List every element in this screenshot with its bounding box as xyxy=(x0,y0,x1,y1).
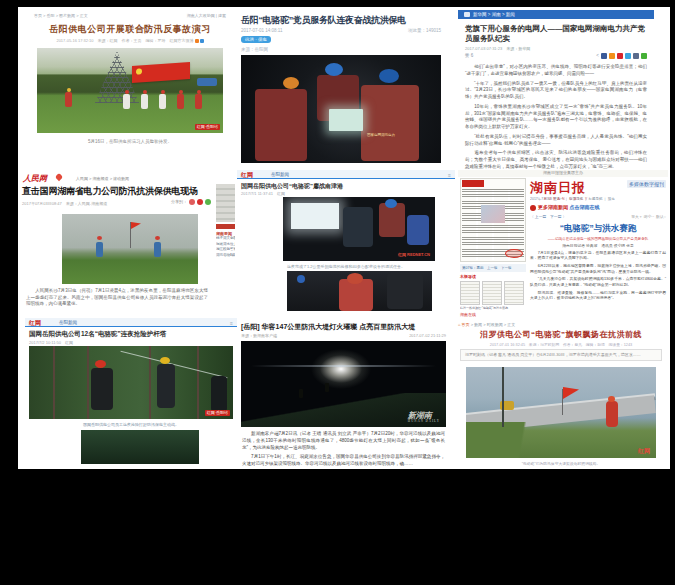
weibo-share-icon[interactable] xyxy=(617,53,623,59)
peoples-daily-logo[interactable]: 人民网 xyxy=(23,173,47,184)
utility-pole xyxy=(502,367,504,427)
rednet-logo[interactable]: 红网 xyxy=(29,319,41,328)
photo-caption: “电骆驼”们为防汛值守大堤架设临时照明线路。 xyxy=(452,461,670,466)
page-thumb[interactable] xyxy=(460,281,480,305)
worker-figure xyxy=(154,242,161,257)
article-body: 7月1日凌晨4点，湍急的洪水边，岳阳县麻塘垸区东大堤上一盏盏灯亮了起来，照亮了巡… xyxy=(530,251,666,303)
thumb-caption: 抗洪一线党旗红·“电骆驼”与洪水赛跑 xyxy=(460,306,526,310)
photo-caption: 国网岳阳供电公司员工连夜抢险打好防汛保电主动战。 xyxy=(25,422,237,427)
channel-tab[interactable]: 岳阳新闻 xyxy=(59,320,77,325)
publish-date: 2017/7/1 11:37:41 红网 xyxy=(241,191,285,196)
breadcrumb: 首页 > 岳阳 > 图片新闻 > 正文 湖南人大政协网 | 搜索 xyxy=(34,13,226,18)
menu-icon[interactable]: ≡ xyxy=(448,172,451,178)
worker-figure xyxy=(159,94,166,109)
worker-figure xyxy=(255,89,307,161)
action-bar: 赞 6 < xyxy=(465,53,647,60)
sidebar-list: 桃子湖文创园开园洞庭湖水位上涨湘江段超警戒水位湖南启动Ⅱ级响应 xyxy=(216,236,235,258)
worker-figure xyxy=(177,94,184,109)
navbar-breadcrumb[interactable]: 新华网 > 湖南 > 新闻 xyxy=(473,12,515,17)
breadcrumb[interactable]: 人民网 > 湖南频道 > 滚动新闻 xyxy=(76,176,129,181)
body-paragraph: 7月1日下午1时，长江、洞庭湖水位告急，国网华容县供电公司接到华容县防汛指挥部紧… xyxy=(242,454,445,468)
qq-share-icon[interactable] xyxy=(625,53,631,59)
breadcrumb[interactable]: ⌂ 首页 > 新闻 > 时政新闻 > 正文 xyxy=(458,322,515,327)
qq-share-icon[interactable] xyxy=(200,39,204,43)
worker-figure xyxy=(195,94,202,109)
rednet-watermark: 红网·岳阳站 xyxy=(195,124,220,130)
worker-raincoat xyxy=(91,368,113,410)
levee-road-photo: 红网 xyxy=(466,367,656,458)
article-meta: 2017-07-03 07:31:23 来源：新华网 xyxy=(465,46,530,51)
blue-helmet xyxy=(385,199,397,208)
panel-xinhua-feature: 新华网 > 湖南 > 新闻 党旗下用心服务的电网人——国家电网湖南电力共产党员服… xyxy=(458,10,654,178)
view-count: 浏览量：149015 xyxy=(408,28,441,33)
xinhunan-watermark: 新湖南HUNAN DAILY xyxy=(408,412,440,423)
body-paragraph: 他们“走街串巷”，对小区内的变压器、供电线路、照明路灯等进行安全隐患排查；他们“… xyxy=(465,64,647,78)
breadcrumb-right[interactable]: 湖南人大政协网 | 搜索 xyxy=(187,13,226,18)
qzone-share-icon[interactable] xyxy=(609,53,615,59)
hunan-online-link[interactable]: 湖南在线 xyxy=(460,312,526,317)
worker-figure xyxy=(65,92,72,107)
cabinet xyxy=(387,273,423,309)
article-meta: 2017-07-01 14:08:11 浏览量：149015 xyxy=(241,28,441,33)
article-body: 新湖南客户端7月2日讯（记者 王晴 通讯员 刘立武 严非平）7月2日20时，华容… xyxy=(242,431,445,469)
worker-figure xyxy=(141,94,148,109)
qzone-share-icon[interactable] xyxy=(197,199,203,205)
blue-helmet xyxy=(325,63,343,76)
orange-helmet xyxy=(283,77,299,89)
forest-photo-2 xyxy=(81,430,199,464)
xinhua-logo-icon xyxy=(464,12,470,17)
rednet-watermark: 红网 REDNET.CN xyxy=(396,252,432,258)
prev-next-links[interactable]: 〈 上一篇 下一篇 〉 xyxy=(530,214,566,219)
article-body: 他们“走街串巷”，对小区内的变压器、供电线路、照明路灯等进行安全隐患排查；他们“… xyxy=(465,64,647,174)
newspaper-page-thumb[interactable] xyxy=(460,178,526,262)
wechat-share-icon[interactable] xyxy=(641,53,647,59)
facebook-share-icon[interactable] xyxy=(601,53,607,59)
wechat-share-icon[interactable] xyxy=(205,199,211,205)
zoom-controls[interactable]: 放大＋ 缩小－ 默认○ xyxy=(631,214,666,219)
breadcrumb-left[interactable]: 首页 > 岳阳 > 图片新闻 > 正文 xyxy=(34,13,88,18)
article-title: [岳阳] 华容147公里防汛大堤灯火璀璨 点亮百里防汛大堤 xyxy=(241,322,415,332)
panel-peoplesdaily: 人民网 人民网 > 湖南频道 > 滚动新闻 直击国网湖南省电力公司防汛抗洪保供电… xyxy=(20,170,235,316)
share-bar: 分享到： xyxy=(171,199,211,205)
sidebar-image xyxy=(216,184,235,222)
home-icon[interactable]: ⌂ 首页 xyxy=(458,322,470,327)
article-lead: 人民网长沙7月3日电（何萌）7月1日凌晨4点，浓黑的夜色里，岳阳县麻塘垸区东大堤… xyxy=(26,288,208,308)
sidebar: 湖南要闻 桃子湖文创园开园洞庭湖水位上涨湘江段超警戒水位湖南启动Ⅱ级响应 xyxy=(216,184,235,314)
lens-flare xyxy=(251,365,436,367)
weibo-share-icon[interactable] xyxy=(189,199,195,205)
rednet-logo[interactable]: 红网 xyxy=(241,171,253,180)
worker-figure xyxy=(379,203,405,237)
sidebar-banner xyxy=(216,224,235,229)
worker-raincoat xyxy=(211,376,227,412)
promo-line[interactable]: 更多湖南新闻 点击湖南在线 xyxy=(530,204,666,211)
party-flag xyxy=(132,62,190,83)
like-button[interactable]: 赞 6 xyxy=(465,53,473,58)
page-thumb[interactable] xyxy=(482,281,502,305)
article-title: 国网岳阳供电公司“电骆驼”鏖战南津港 xyxy=(241,182,343,191)
work-light xyxy=(291,203,339,229)
article-subtitle: ——记战斗在抗洪保电一线的国网岳阳供电公司共产党员服务队 xyxy=(530,237,666,241)
sidebar-link[interactable]: 桃子湖文创园开园 xyxy=(216,236,235,242)
page-thumb[interactable] xyxy=(504,281,524,305)
weibo-icon[interactable] xyxy=(195,39,199,43)
body-paragraph: 6月22日以来，湘北地区普降暴雨，洞庭湖水位快速上涨，防汛形势严峻。国网岳阳供电… xyxy=(530,264,666,275)
menu-icon[interactable]: ≡ xyxy=(230,320,233,326)
article-title: 岳阳供电公司开展联合防汛反事故演习 xyxy=(30,23,230,36)
publish-date: 2017/7/2 10:11:50 红网 xyxy=(29,340,73,345)
news-collage: 首页 > 岳阳 > 图片新闻 > 正文 湖南人大政协网 | 搜索 岳阳供电公司开… xyxy=(18,7,670,469)
source-label: 来源：岳阳网 xyxy=(241,47,268,52)
floodlight-dike-photo: 新湖南HUNAN DAILY xyxy=(241,341,446,427)
share-arrow-icon: < xyxy=(596,53,599,58)
page-navigation[interactable]: 第07版：要闻 上一版 下一版 xyxy=(460,264,526,272)
renren-share-icon[interactable] xyxy=(633,53,639,59)
sidebar-link[interactable]: 湘江段超警戒水位 xyxy=(216,247,235,253)
sign-plate xyxy=(297,275,305,283)
channel-tab[interactable]: 岳阳新闻 xyxy=(271,172,289,177)
sidebar-link[interactable]: 湖南启动Ⅱ级响应 xyxy=(216,253,235,259)
tag-pill[interactable]: 抗洪 · 保电 xyxy=(241,36,271,43)
body-paragraph: “处处有党员队伍，时时记得亮身份，事事擦亮服务品牌，人人是党员先锋。”他们用实际… xyxy=(465,134,647,148)
paper-column: 第07版：要闻 上一版 下一版 本版导读 抗洪一线党旗红·“电骆驼”与洪水赛跑 … xyxy=(460,178,526,316)
dike-photo xyxy=(62,214,198,284)
red-helmet xyxy=(608,396,615,402)
laptop-screen xyxy=(329,109,363,131)
